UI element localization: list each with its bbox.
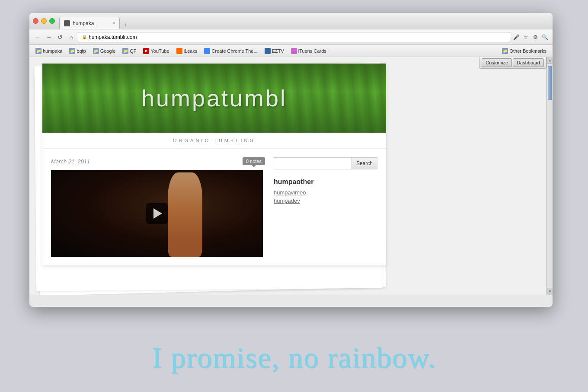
folder-icon: 📁: [502, 48, 508, 54]
tab-label: humpaka: [73, 20, 94, 26]
bookmark-label: QF: [130, 48, 136, 54]
browser-window: humpaka × + ← → ↺ ⌂ 🔒 humpaka.tumblr.com…: [29, 13, 553, 307]
back-button[interactable]: ←: [33, 32, 42, 42]
play-button[interactable]: [146, 203, 168, 224]
bookmark-itunes[interactable]: iTuens Cards: [288, 47, 329, 55]
forward-button[interactable]: →: [44, 32, 54, 42]
search-button[interactable]: Search: [352, 157, 377, 169]
bookmark-qf[interactable]: 📁 QF: [120, 47, 139, 55]
notes-badge: 0 notes: [243, 157, 265, 165]
search-icon[interactable]: 🔍: [540, 33, 549, 41]
bookmark-chrome-theme[interactable]: Create Chrome The...: [201, 47, 260, 55]
search-box: Search: [274, 157, 377, 169]
dashboard-button[interactable]: Dashboard: [513, 58, 544, 67]
tumblr-wrapper: humpatumbl ORGANIC TUMBLING March 21, 20…: [29, 57, 553, 272]
mic-icon[interactable]: 🎤: [512, 33, 521, 41]
bookmark-label: Other Bookmarks: [509, 48, 546, 54]
nav-icons: 🎤 ☆ ⚙ 🔍: [512, 33, 549, 41]
bookmark-label: humpaka: [43, 48, 62, 54]
eztv-icon: [265, 48, 271, 54]
url-text: humpaka.tumblr.com: [89, 34, 137, 40]
itunes-icon: [291, 48, 297, 54]
home-button[interactable]: ⌂: [67, 32, 76, 42]
post-date: March 21, 2011: [51, 158, 90, 165]
bookmark-label: Create Chrome The...: [211, 48, 257, 54]
new-tab-button[interactable]: +: [121, 21, 129, 29]
bookmark-humpaka[interactable]: 📁 humpaka: [33, 47, 65, 55]
folder-icon: 📁: [122, 48, 128, 54]
close-button[interactable]: [33, 18, 38, 24]
ileaks-icon: [176, 48, 182, 54]
search-input[interactable]: [274, 157, 352, 169]
posts-area: March 21, 2011 0 notes: [51, 157, 265, 257]
title-bar: humpaka × +: [29, 13, 553, 29]
youtube-icon: ▶: [143, 48, 149, 54]
bookmark-label: EZTV: [272, 48, 284, 54]
window-controls: [33, 18, 55, 24]
site-header: humpatumbl: [42, 64, 386, 133]
bookmark-google[interactable]: 📁 Google: [90, 47, 118, 55]
bookmark-bqfp[interactable]: 📁 bqfp: [67, 47, 88, 55]
folder-icon: 📁: [93, 48, 99, 54]
page-content: ▲ ▼ humpatumbl ORGANIC TUMBLING: [29, 57, 553, 295]
tab-favicon: [64, 20, 70, 26]
bookmark-label: iLeaks: [184, 48, 198, 54]
bookmark-eztv[interactable]: EZTV: [262, 47, 287, 55]
scroll-down-button[interactable]: ▼: [547, 288, 553, 295]
customize-button[interactable]: Customize: [482, 58, 512, 67]
main-content: March 21, 2011 0 notes: [42, 149, 386, 265]
sidebar: Search humpaother humpavimeo humpadev: [274, 157, 377, 257]
maximize-button[interactable]: [49, 18, 55, 24]
bookmark-ileaks[interactable]: iLeaks: [174, 47, 200, 55]
minimize-button[interactable]: [41, 18, 47, 24]
folder-icon: 📁: [35, 48, 42, 54]
post-meta: March 21, 2011 0 notes: [51, 157, 265, 165]
bookmark-youtube[interactable]: ▶ YouTube: [141, 47, 172, 55]
bookmark-label: iTuens Cards: [298, 48, 326, 54]
dashboard-toolbar: Customize Dashboard: [479, 57, 546, 69]
star-icon[interactable]: ☆: [521, 33, 530, 41]
site-subtitle: ORGANIC TUMBLING: [42, 133, 386, 149]
settings-icon[interactable]: ⚙: [531, 33, 540, 41]
active-tab[interactable]: humpaka ×: [59, 17, 120, 29]
tab-bar: humpaka × +: [59, 13, 549, 29]
url-bar[interactable]: 🔒 humpaka.tumblr.com: [78, 32, 510, 42]
reload-button[interactable]: ↺: [55, 32, 65, 42]
tab-close-icon[interactable]: ×: [112, 21, 115, 25]
video-person: [125, 170, 211, 257]
folder-icon: 📁: [69, 48, 75, 54]
bookmark-label: bqfp: [77, 48, 86, 54]
url-lock-icon: 🔒: [82, 35, 87, 39]
play-triangle-icon: [153, 208, 162, 219]
nav-bar: ← → ↺ ⌂ 🔒 humpaka.tumblr.com 🎤 ☆ ⚙ 🔍: [29, 29, 553, 45]
sidebar-heading: humpaother: [274, 178, 377, 186]
sidebar-link-vimeo[interactable]: humpavimeo: [274, 189, 377, 196]
tumblr-page: humpatumbl ORGANIC TUMBLING March 21, 20…: [42, 64, 386, 265]
bookmark-other[interactable]: 📁 Other Bookmarks: [499, 47, 549, 55]
sidebar-link-dev[interactable]: humpadev: [274, 198, 377, 204]
site-title: humpatumbl: [141, 85, 287, 112]
bookmark-label: YouTube: [150, 48, 169, 54]
video-container[interactable]: [51, 170, 263, 257]
bookmarks-bar: 📁 humpaka 📁 bqfp 📁 Google 📁 QF ▶ YouTube…: [29, 45, 553, 57]
chrome-icon: [204, 48, 210, 54]
bottom-tagline: I promise, no rainbow.: [0, 341, 588, 375]
bookmark-label: Google: [100, 48, 115, 54]
